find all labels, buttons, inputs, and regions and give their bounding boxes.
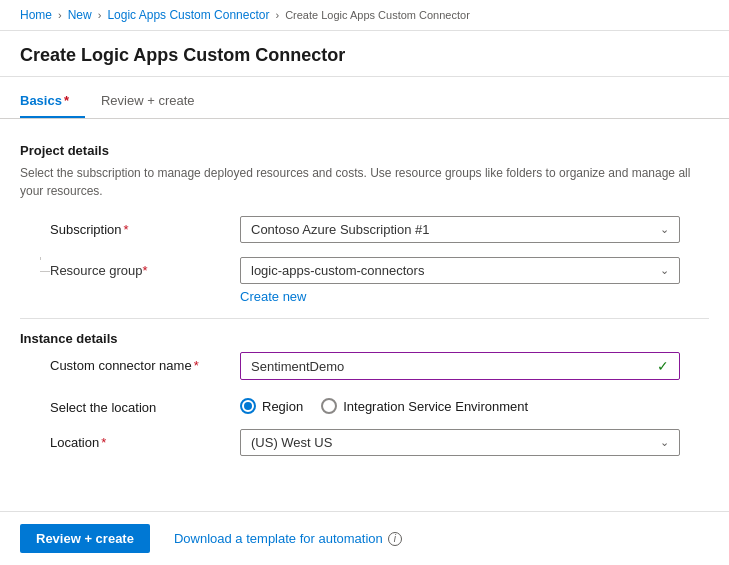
section-divider — [20, 318, 709, 319]
location-control: (US) West US ⌄ — [240, 429, 680, 456]
tab-review-create[interactable]: Review + create — [101, 85, 211, 118]
breadcrumb-connector[interactable]: Logic Apps Custom Connector — [107, 8, 269, 22]
breadcrumb-new[interactable]: New — [68, 8, 92, 22]
connector-name-row: Custom connector name* SentimentDemo ✓ — [20, 352, 709, 380]
create-new-link[interactable]: Create new — [240, 289, 306, 304]
subscription-control: Contoso Azure Subscription #1 ⌄ — [240, 216, 680, 243]
location-row: Location* (US) West US ⌄ — [20, 429, 709, 456]
project-details-desc: Select the subscription to manage deploy… — [20, 164, 700, 200]
breadcrumb: Home › New › Logic Apps Custom Connector… — [0, 0, 729, 31]
instance-details-title: Instance details — [20, 331, 709, 346]
radio-ise-label: Integration Service Environment — [343, 399, 528, 414]
tabs-container: Basics* Review + create — [0, 85, 729, 119]
subscription-label: Subscription* — [20, 216, 240, 237]
radio-ise-circle — [321, 398, 337, 414]
subscription-chevron-icon: ⌄ — [660, 223, 669, 236]
connector-name-label: Custom connector name* — [20, 352, 240, 373]
resource-group-select[interactable]: logic-apps-custom-connectors ⌄ — [240, 257, 680, 284]
location-chevron-icon: ⌄ — [660, 436, 669, 449]
breadcrumb-sep3: › — [275, 9, 279, 21]
breadcrumb-current: Create Logic Apps Custom Connector — [285, 9, 470, 21]
radio-region-label: Region — [262, 399, 303, 414]
subscription-row: Subscription* Contoso Azure Subscription… — [20, 216, 709, 243]
radio-ise[interactable]: Integration Service Environment — [321, 398, 528, 414]
download-template-link[interactable]: Download a template for automation i — [174, 531, 402, 546]
resource-group-control: logic-apps-custom-connectors ⌄ Create ne… — [240, 257, 680, 304]
resource-group-row: Resource group* logic-apps-custom-connec… — [20, 257, 709, 304]
form-body: Project details Select the subscription … — [0, 119, 729, 486]
resource-group-label: Resource group — [50, 263, 143, 278]
location-label: Location* — [20, 429, 240, 450]
project-details-title: Project details — [20, 143, 709, 158]
subscription-select[interactable]: Contoso Azure Subscription #1 ⌄ — [240, 216, 680, 243]
location-selector-label: Select the location — [20, 394, 240, 415]
radio-region-circle — [240, 398, 256, 414]
connector-name-control: SentimentDemo ✓ — [240, 352, 680, 380]
footer: Review + create Download a template for … — [0, 511, 729, 565]
validation-check-icon: ✓ — [657, 358, 669, 374]
breadcrumb-sep1: › — [58, 9, 62, 21]
location-selector-row: Select the location Region Integration S… — [20, 394, 709, 415]
info-icon: i — [388, 532, 402, 546]
radio-region[interactable]: Region — [240, 398, 303, 414]
page-title: Create Logic Apps Custom Connector — [0, 31, 729, 77]
breadcrumb-home[interactable]: Home — [20, 8, 52, 22]
location-selector-control: Region Integration Service Environment — [240, 394, 680, 414]
resource-group-chevron-icon: ⌄ — [660, 264, 669, 277]
connector-name-input[interactable]: SentimentDemo ✓ — [240, 352, 680, 380]
review-create-button[interactable]: Review + create — [20, 524, 150, 553]
tab-basics[interactable]: Basics* — [20, 85, 85, 118]
breadcrumb-sep2: › — [98, 9, 102, 21]
location-radio-group: Region Integration Service Environment — [240, 394, 680, 414]
location-select[interactable]: (US) West US ⌄ — [240, 429, 680, 456]
